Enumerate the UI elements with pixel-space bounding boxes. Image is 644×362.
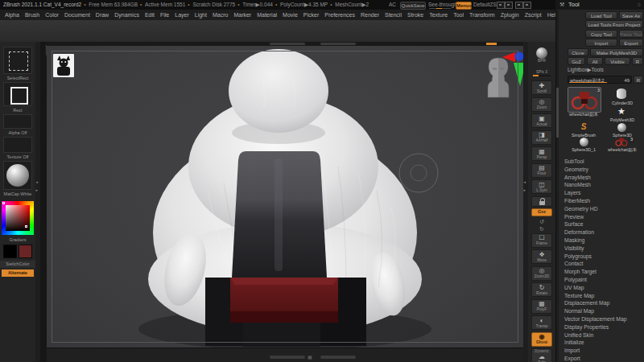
subpalette-row[interactable]: Preview	[556, 213, 644, 221]
cylinder3d-thumbnail[interactable]	[609, 87, 634, 100]
subpalette-row[interactable]: Contact	[556, 260, 644, 268]
tray-divider-handle[interactable]	[320, 43, 356, 45]
simplebrush-thumbnail[interactable]: S	[568, 122, 600, 132]
shelf-button-ghost[interactable]: ◉ Ghost	[531, 332, 552, 347]
restore-config-button[interactable]: R	[634, 76, 643, 84]
menu-item[interactable]: Zplugin	[501, 12, 519, 18]
polymesh3d-thumbnail[interactable]: ★	[609, 105, 634, 117]
export-button[interactable]: Export	[619, 39, 643, 47]
subpalette-row[interactable]: Visibility	[556, 245, 644, 253]
shelf-button-solo[interactable]: Dynamic ☁ Solo	[531, 348, 552, 362]
expand-tray-icon[interactable]	[515, 2, 523, 9]
tray-divider-handle[interactable]	[270, 43, 305, 45]
menu-item[interactable]: Preferences	[324, 12, 355, 18]
menu-item[interactable]: Marker	[233, 12, 251, 18]
shelf-button-bpr[interactable]: BPR	[531, 45, 552, 66]
load-tools-from-project-button[interactable]: Load Tools From Project	[585, 20, 643, 28]
shelf-button-frame[interactable]: ☐ Frame	[531, 233, 552, 248]
current-brush-well[interactable]	[3, 47, 32, 74]
load-tool-button[interactable]: Load Tool	[585, 11, 617, 19]
menu-item[interactable]: Document	[64, 12, 90, 18]
menu-item[interactable]: Render	[361, 12, 379, 18]
menu-item[interactable]: Edit	[145, 12, 155, 18]
layout-next-icon[interactable]	[505, 2, 513, 9]
layout-prev-icon[interactable]	[497, 2, 505, 9]
current-stroke-well[interactable]	[3, 82, 32, 106]
menu-item[interactable]: Transform	[469, 12, 495, 18]
tray-grip-icon[interactable]: ▦	[308, 355, 312, 360]
gradient-label[interactable]: Gradient	[0, 237, 35, 242]
alternate-button[interactable]: Alternate	[2, 269, 34, 277]
shelf-button-camera-undo[interactable]: ↺	[531, 219, 552, 225]
left-tray-divider[interactable]: ◂ ▸	[35, 42, 40, 362]
circle-menu-icon[interactable]: ○	[638, 0, 641, 10]
shelf-button-rotate[interactable]: ↻ Rotate	[531, 282, 552, 297]
save-as-button[interactable]: Save As	[619, 11, 643, 19]
shelf-button-polyf[interactable]: ▦ PolyF	[531, 299, 552, 314]
menu-item[interactable]: Tool	[453, 12, 464, 18]
subpalette-row[interactable]: Export	[556, 355, 644, 362]
menu-item[interactable]: Zscript	[525, 12, 542, 18]
current-alpha-well[interactable]	[3, 114, 32, 129]
shelf-button-spix[interactable]: SPix 3	[531, 68, 552, 79]
subpalette-row[interactable]: Polygroups	[556, 253, 644, 261]
menu-item[interactable]: Movie	[283, 12, 298, 18]
shelf-button-transp[interactable]: ◐ Transp	[531, 315, 552, 330]
shelf-button-persp[interactable]: ▦ Persp	[531, 146, 552, 161]
subpalette-row[interactable]: Layers	[556, 189, 644, 197]
tray-divider-handle[interactable]	[320, 356, 356, 359]
copy-tool-button[interactable]: Copy Tool	[585, 30, 617, 38]
shelf-button-aahalf[interactable]: ◨ AAHalf	[531, 130, 552, 145]
switch-color-button[interactable]: SwitchColor	[0, 261, 35, 268]
menu-item[interactable]: Material	[257, 12, 277, 18]
secondary-color-swatch[interactable]	[19, 245, 32, 258]
current-texture-well[interactable]	[3, 137, 32, 153]
menu-item[interactable]: Brush	[25, 12, 39, 18]
subpalette-row[interactable]: ArrayMesh	[556, 174, 644, 182]
menu-item[interactable]: Alpha	[5, 12, 19, 18]
subpalette-row[interactable]: Unified Skin	[556, 331, 644, 339]
main-color-swatch[interactable]	[3, 245, 17, 258]
expand-right-icon[interactable]: ▸	[524, 188, 526, 192]
sphere3d-thumbnail[interactable]	[609, 122, 634, 132]
shelf-button-floor[interactable]: ▤ Floor	[531, 163, 552, 178]
subpalette-row[interactable]: Initialize	[556, 339, 644, 347]
shelf-button-move[interactable]: ❖ Move	[531, 249, 552, 264]
menu-item[interactable]: Color	[45, 12, 59, 18]
shelf-button-scroll[interactable]: ✚ Scroll	[531, 80, 552, 95]
shelf-button-lock-camera[interactable]	[531, 196, 552, 207]
goz-all-button[interactable]: All	[587, 57, 603, 65]
current-material-well[interactable]	[3, 161, 32, 190]
menu-item[interactable]: Light	[195, 12, 207, 18]
shelf-button-camera-redo[interactable]: ↻	[531, 226, 552, 232]
subpalette-row[interactable]: Surface	[556, 220, 644, 228]
subpalette-row[interactable]: Morph Target	[556, 268, 644, 276]
menu-item[interactable]: File	[160, 12, 169, 18]
clone-button[interactable]: Clone	[568, 48, 588, 56]
shelf-button-lsym[interactable]: ◫ L.Sym	[531, 179, 552, 194]
see-through-track[interactable]	[429, 8, 451, 10]
subpalette-row[interactable]: Vector Displacement Map	[556, 315, 644, 323]
subpalette-row[interactable]: Deformation	[556, 228, 644, 237]
import-button[interactable]: Import	[585, 39, 617, 47]
menu-item[interactable]: Stencil	[385, 12, 402, 18]
shelf-button-zoom[interactable]: ◎ Zoom	[531, 97, 552, 112]
subpalette-row[interactable]: Geometry	[556, 166, 644, 174]
subpalette-row[interactable]: UV Map	[556, 284, 644, 292]
goz-r-button[interactable]: R	[632, 57, 643, 65]
subpalette-row[interactable]: Normal Map	[556, 307, 644, 315]
menu-item[interactable]: Stroke	[407, 12, 423, 18]
active-tool-thumbnail[interactable]: 3	[568, 87, 601, 113]
make-polymesh3d-button[interactable]: Make PolyMesh3D	[590, 48, 643, 56]
menu-item[interactable]: Picker	[303, 12, 319, 18]
subpalette-row[interactable]: SubTool	[556, 158, 644, 166]
tray-divider-handle[interactable]	[270, 356, 305, 359]
subpalette-row[interactable]: Displacement Map	[556, 299, 644, 307]
subpalette-row[interactable]: Texture Map	[556, 292, 644, 300]
menu-item[interactable]: Layer	[175, 12, 189, 18]
expand-left-icon[interactable]: ▸	[36, 188, 39, 192]
menu-item[interactable]: Draw	[96, 12, 109, 18]
collapse-left-icon[interactable]: ◂	[36, 180, 39, 184]
subpalette-row[interactable]: NanoMesh	[556, 181, 644, 189]
sphere3d-1-thumbnail[interactable]	[568, 137, 600, 146]
